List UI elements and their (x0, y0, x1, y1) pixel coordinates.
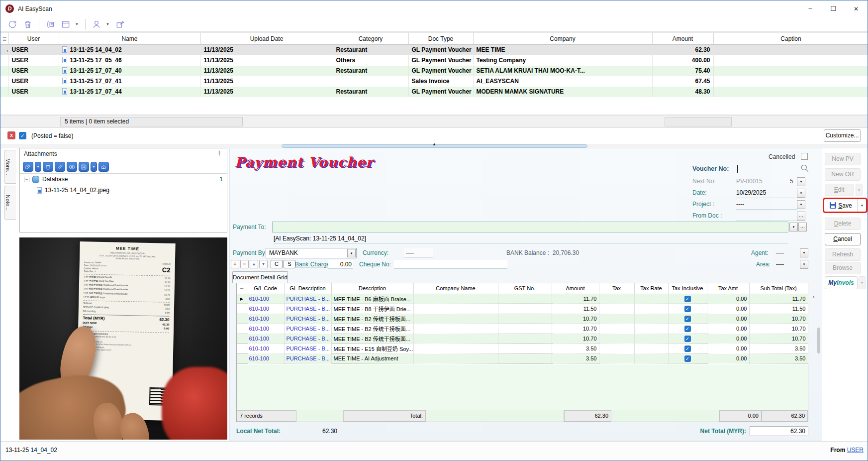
header-gl-description[interactable]: GL Description (284, 283, 331, 294)
user-icon[interactable] (91, 18, 102, 30)
date-value[interactable]: 10/29/2025 (736, 189, 792, 196)
edit-button[interactable]: Edit (825, 184, 854, 196)
cell-user[interactable]: USER (8, 55, 59, 66)
cell-caption[interactable] (713, 76, 868, 87)
tree-node-database[interactable]: Database 1 (20, 174, 227, 185)
customize-button[interactable]: Customize... (824, 129, 861, 142)
trash-icon[interactable] (22, 18, 34, 30)
table-row[interactable]: USER 13-11-25 17_07_41 11/13/2025 Sales … (0, 76, 868, 87)
column-chooser[interactable] (0, 33, 8, 45)
cell-upload-date[interactable]: 11/13/2025 (200, 45, 333, 55)
table-row[interactable]: 610-100 PURCHASE - B... MEE TIME - B8 干捞… (237, 304, 808, 314)
cell-user[interactable]: USER (8, 87, 59, 97)
tax-inclusive-checkbox[interactable] (684, 296, 691, 302)
cell-description[interactable]: MEE TIME - E15 自制豆奶 Soy... (331, 344, 413, 353)
cell-category[interactable]: Others (333, 55, 408, 66)
cell-description[interactable]: MEE TIME - AI Adjustment (331, 353, 413, 363)
cell-tax-amt[interactable]: 0.00 (707, 304, 749, 314)
payment-to-input[interactable] (272, 222, 788, 232)
cell-amount[interactable]: 10.70 (552, 314, 599, 324)
cell-amount[interactable]: 11.50 (552, 304, 599, 314)
cell-tax[interactable] (599, 324, 634, 334)
table-row[interactable]: 610-100 PURCHASE - B... MEE TIME - B2 传统… (237, 324, 808, 334)
agent-dropdown-icon[interactable] (800, 248, 808, 257)
header-tax-rate[interactable]: Tax Rate (634, 283, 668, 294)
header-gl-code[interactable]: G/L Code (247, 283, 284, 294)
splitter-arrow-icon[interactable] (432, 142, 436, 146)
cell-description[interactable]: MEE TIME - B2 传统干捞板面... (331, 324, 413, 334)
cell-gl-code[interactable]: 610-100 (247, 334, 284, 344)
cell-company[interactable]: MEE TIME (473, 45, 652, 55)
cell-tax[interactable] (599, 334, 634, 344)
cell-name[interactable]: 13-11-25 17_07_41 (59, 76, 200, 87)
table-row[interactable]: USER 13-11-25 17_07_44 11/13/2025 Restau… (0, 87, 868, 97)
cell-gl-description[interactable]: PURCHASE - B... (284, 314, 331, 324)
cell-tax-inclusive[interactable] (668, 314, 707, 324)
cell-sub-total[interactable]: 10.70 (749, 334, 808, 344)
cell-user[interactable]: USER (8, 45, 59, 55)
cell-tax-amt[interactable]: 0.00 (707, 353, 749, 363)
cell-tax-rate[interactable] (634, 294, 668, 304)
cell-tax-rate[interactable] (634, 334, 668, 344)
cell-tax-rate[interactable] (634, 344, 668, 353)
cell-company[interactable]: SETIA ALAM KRUAI THAI MOO-KA-T... (473, 66, 652, 76)
cell-company-name[interactable] (413, 324, 498, 334)
cell-doc-type[interactable]: GL Payment Voucher (408, 66, 473, 76)
s-button[interactable]: S (284, 260, 295, 268)
cheque-no-input[interactable] (394, 260, 507, 269)
attachment-photo-preview[interactable]: MEE TIME REGISTRATION NO: JM0979935-P 20… (19, 237, 227, 440)
payment-by-dropdown-icon[interactable] (347, 249, 356, 257)
tax-inclusive-checkbox[interactable] (684, 326, 691, 332)
payment-to-browse-icon[interactable] (798, 223, 807, 231)
cell-amount[interactable]: 11.70 (552, 294, 599, 304)
attach-dropdown-icon[interactable] (35, 162, 41, 172)
table-row[interactable]: USER 13-11-25 14_04_02 11/13/2025 Restau… (0, 45, 868, 55)
close-button[interactable] (845, 0, 868, 17)
cell-caption[interactable] (713, 45, 868, 55)
cell-amount[interactable]: 62.30 (652, 45, 713, 55)
cell-tax-rate[interactable] (634, 353, 668, 363)
payment-to-dropdown-icon[interactable] (789, 223, 798, 231)
cell-tax-inclusive[interactable] (668, 334, 707, 344)
cell-doc-type[interactable]: GL Payment Voucher (408, 45, 473, 55)
header-upload-date[interactable]: Upload Date (200, 33, 333, 45)
cell-caption[interactable] (713, 87, 868, 97)
cell-gl-code[interactable]: 610-100 (247, 314, 284, 324)
cell-gl-code[interactable]: 610-100 (247, 304, 284, 314)
cell-gl-description[interactable]: PURCHASE - B... (284, 324, 331, 334)
cell-user[interactable]: USER (8, 66, 59, 76)
bank-charge-value[interactable]: 0.00 (328, 260, 353, 269)
cell-amount[interactable]: 3.50 (552, 344, 599, 353)
cell-upload-date[interactable]: 11/13/2025 (200, 87, 333, 97)
vertical-scrollbar-thumb[interactable] (817, 328, 820, 353)
cell-company[interactable]: Testing Company (473, 55, 652, 66)
cell-name[interactable]: 13-11-25 17_07_44 (59, 87, 200, 97)
cell-gl-description[interactable]: PURCHASE - B... (284, 353, 331, 363)
cell-upload-date[interactable]: 11/13/2025 (200, 66, 333, 76)
cell-gst-no[interactable] (498, 304, 552, 314)
browse-button[interactable]: Browse (825, 262, 861, 274)
cell-category[interactable]: Restaurant (333, 87, 408, 97)
table-row[interactable]: 610-100 PURCHASE - B... MEE TIME - B6 麻板… (237, 294, 808, 304)
new-pv-button[interactable]: New PV (825, 153, 861, 165)
header-doc-type[interactable]: Doc Type (408, 33, 473, 45)
cell-doc-type[interactable]: GL Payment Voucher (408, 55, 473, 66)
maximize-button[interactable] (822, 0, 845, 17)
cell-gl-description[interactable]: PURCHASE - B... (284, 344, 331, 353)
save-button[interactable]: Save (824, 199, 858, 212)
cancel-button[interactable]: Cancel (825, 233, 861, 245)
attach-file-icon[interactable] (23, 162, 33, 172)
cell-amount[interactable]: 400.00 (652, 55, 713, 66)
search-icon[interactable] (800, 163, 810, 173)
cell-gst-no[interactable] (498, 314, 552, 324)
layout-dropdown-icon[interactable] (75, 22, 80, 26)
cell-doc-type[interactable]: Sales Invoice (408, 76, 473, 87)
sidebar-tab-note[interactable]: Note... (4, 186, 16, 220)
header-tax[interactable]: Tax (599, 283, 634, 294)
cell-tax[interactable] (599, 304, 634, 314)
table-row[interactable]: 610-100 PURCHASE - B... MEE TIME - B2 传统… (237, 314, 808, 324)
cell-tax-inclusive[interactable] (668, 304, 707, 314)
header-user[interactable]: User (8, 33, 59, 45)
cell-company-name[interactable] (413, 334, 498, 344)
cell-category[interactable] (333, 76, 408, 87)
